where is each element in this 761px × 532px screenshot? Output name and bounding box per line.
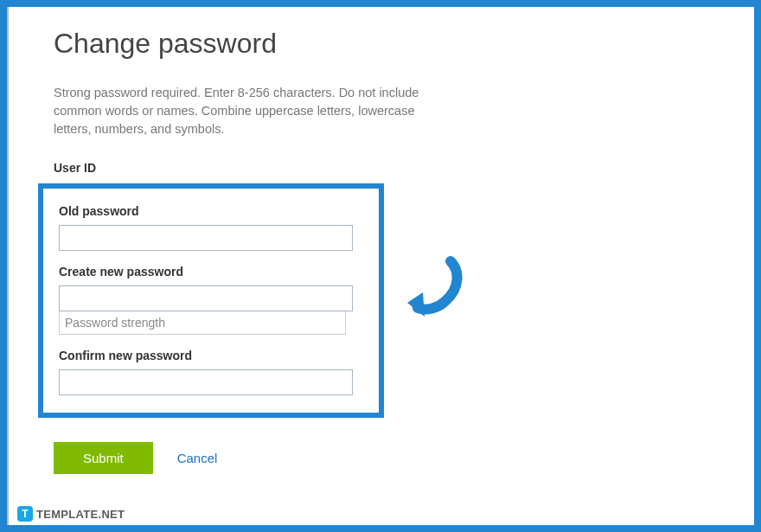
confirm-password-input[interactable] <box>59 369 353 395</box>
watermark: T TEMPLATE.NET <box>17 506 125 522</box>
annotation-arrow-icon <box>400 254 470 332</box>
password-fields-highlight: Old password Create new password Passwor… <box>38 183 384 418</box>
cancel-link[interactable]: Cancel <box>177 451 218 465</box>
old-password-input[interactable] <box>59 225 353 251</box>
page-content: Change password Strong password required… <box>7 7 754 491</box>
submit-button[interactable]: Submit <box>54 442 153 474</box>
new-password-label: Create new password <box>59 265 363 279</box>
user-id-label: User ID <box>54 161 719 175</box>
outer-annotation-frame: Change password Strong password required… <box>0 0 761 532</box>
page-title: Change password <box>54 28 719 60</box>
password-instructions: Strong password required. Enter 8-256 ch… <box>54 84 434 138</box>
confirm-password-group: Confirm new password <box>59 349 363 395</box>
old-password-group: Old password <box>59 204 363 251</box>
confirm-password-label: Confirm new password <box>59 349 363 362</box>
action-buttons: Submit Cancel <box>54 442 719 474</box>
old-password-label: Old password <box>59 204 363 218</box>
new-password-group: Create new password Password strength <box>59 265 363 335</box>
new-password-input[interactable] <box>59 285 353 311</box>
watermark-logo-icon: T <box>17 506 33 522</box>
password-strength-indicator: Password strength <box>59 311 346 335</box>
watermark-text: TEMPLATE.NET <box>36 508 125 521</box>
